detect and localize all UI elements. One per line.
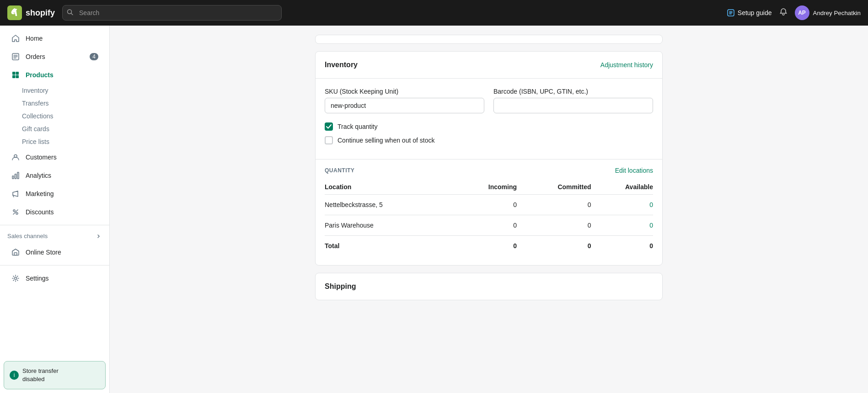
- orders-icon: [11, 52, 20, 61]
- sidebar-item-settings[interactable]: Settings: [4, 269, 106, 287]
- top-bar: shopify Setup guide AP Andrey Pechatkin: [0, 0, 868, 26]
- orders-badge: 4: [90, 53, 98, 60]
- location-cell-0: Nettelbeckstrasse, 5: [325, 195, 454, 215]
- user-name: Andrey Pechatkin: [813, 10, 861, 16]
- marketing-icon: [11, 189, 20, 198]
- svg-line-2: [71, 13, 73, 15]
- user-menu-button[interactable]: AP Andrey Pechatkin: [795, 5, 861, 20]
- committed-cell-1: 0: [517, 215, 591, 236]
- top-bar-right: Setup guide AP Andrey Pechatkin: [727, 5, 861, 20]
- table-row: Nettelbeckstrasse, 5 0 0 0: [325, 195, 653, 215]
- sidebar-item-products[interactable]: Products: [4, 66, 106, 84]
- store-transfer-icon: i: [10, 371, 19, 380]
- col-location: Location: [325, 180, 454, 195]
- content-inner: Inventory Adjustment history SKU (Stock …: [306, 26, 672, 317]
- sidebar-item-customers-label: Customers: [26, 154, 57, 161]
- top-partial-card: [315, 35, 663, 44]
- total-incoming: 0: [454, 236, 517, 256]
- adjustment-history-button[interactable]: Adjustment history: [600, 61, 653, 69]
- sidebar-item-discounts[interactable]: Discounts: [4, 203, 106, 221]
- analytics-icon: [11, 171, 20, 180]
- discounts-icon: [11, 207, 20, 217]
- continue-selling-row[interactable]: Continue selling when out of stock: [325, 136, 653, 144]
- sidebar-item-gift-cards[interactable]: Gift cards: [0, 122, 109, 135]
- setup-guide-button[interactable]: Setup guide: [727, 9, 772, 17]
- continue-selling-checkbox[interactable]: [325, 136, 333, 144]
- setup-guide-label: Setup guide: [738, 9, 772, 16]
- sku-label: SKU (Stock Keeping Unit): [325, 88, 484, 95]
- notification-button[interactable]: [779, 8, 788, 18]
- sidebar-item-discounts-label: Discounts: [26, 208, 54, 216]
- sidebar-item-inventory[interactable]: Inventory: [0, 84, 109, 97]
- svg-point-13: [13, 210, 15, 212]
- svg-rect-8: [16, 75, 19, 79]
- available-cell-1[interactable]: 0: [591, 215, 653, 236]
- col-available: Available: [591, 180, 653, 195]
- track-quantity-row[interactable]: Track quantity: [325, 122, 653, 131]
- total-row: Total 0 0 0: [325, 236, 653, 256]
- quantity-section-header: QUANTITY Edit locations: [316, 159, 662, 180]
- available-cell-0[interactable]: 0: [591, 195, 653, 215]
- sidebar: Home Orders 4 Products: [0, 26, 110, 393]
- online-store-icon: [11, 248, 20, 257]
- inventory-table-wrap: Location Incoming Committed Available Ne…: [316, 180, 662, 265]
- nav-divider-2: [0, 265, 109, 266]
- barcode-label: Barcode (ISBN, UPC, GTIN, etc.): [493, 88, 653, 95]
- svg-rect-5: [12, 72, 16, 75]
- location-cell-1: Paris Warehouse: [325, 215, 454, 236]
- nav-divider: [0, 225, 109, 225]
- store-transfer-text: Store transferdisabled: [22, 367, 59, 383]
- search-bar: [62, 5, 282, 21]
- sku-group: SKU (Stock Keeping Unit): [325, 88, 484, 113]
- settings-icon: [11, 274, 20, 283]
- sidebar-item-analytics[interactable]: Analytics: [4, 166, 106, 185]
- sku-input[interactable]: [325, 98, 484, 113]
- sidebar-item-collections[interactable]: Collections: [0, 110, 109, 122]
- svg-rect-10: [12, 176, 14, 179]
- svg-rect-6: [16, 72, 19, 75]
- main-content: Inventory Adjustment history SKU (Stock …: [110, 26, 868, 393]
- products-icon: [11, 70, 20, 80]
- shipping-card-title: Shipping: [325, 282, 356, 290]
- sidebar-item-customers[interactable]: Customers: [4, 148, 106, 166]
- svg-rect-11: [15, 174, 16, 179]
- sidebar-item-orders-label: Orders: [26, 53, 45, 60]
- search-input[interactable]: [62, 5, 282, 21]
- table-header-row: Location Incoming Committed Available: [325, 180, 653, 195]
- track-quantity-label: Track quantity: [338, 123, 377, 130]
- svg-point-14: [16, 212, 18, 214]
- avatar: AP: [795, 5, 809, 20]
- sidebar-item-settings-label: Settings: [26, 275, 49, 282]
- products-submenu: Inventory Transfers Collections Gift car…: [0, 84, 109, 148]
- sidebar-item-marketing[interactable]: Marketing: [4, 185, 106, 203]
- continue-selling-label: Continue selling when out of stock: [338, 137, 434, 144]
- incoming-cell-0: 0: [454, 195, 517, 215]
- total-label: Total: [325, 236, 454, 256]
- sidebar-item-analytics-label: Analytics: [26, 172, 51, 179]
- sidebar-item-marketing-label: Marketing: [26, 190, 54, 197]
- sidebar-item-price-lists[interactable]: Price lists: [0, 135, 109, 148]
- sidebar-item-online-store[interactable]: Online Store: [4, 243, 106, 261]
- incoming-cell-1: 0: [454, 215, 517, 236]
- sidebar-item-online-store-label: Online Store: [26, 249, 61, 256]
- sidebar-item-transfers[interactable]: Transfers: [0, 97, 109, 110]
- track-quantity-checkbox[interactable]: [325, 122, 333, 131]
- svg-point-16: [15, 277, 17, 280]
- inventory-card: Inventory Adjustment history SKU (Stock …: [315, 51, 663, 266]
- edit-locations-button[interactable]: Edit locations: [615, 167, 653, 174]
- shipping-card: Shipping: [315, 273, 663, 300]
- barcode-input[interactable]: [493, 98, 653, 113]
- barcode-group: Barcode (ISBN, UPC, GTIN, etc.): [493, 88, 653, 113]
- svg-rect-12: [17, 172, 19, 179]
- inventory-card-header: Inventory Adjustment history: [316, 52, 662, 79]
- table-row: Paris Warehouse 0 0 0: [325, 215, 653, 236]
- sidebar-nav: Home Orders 4 Products: [0, 26, 109, 357]
- inventory-card-title: Inventory: [325, 61, 358, 69]
- col-incoming: Incoming: [454, 180, 517, 195]
- logo[interactable]: shopify: [7, 5, 55, 20]
- inventory-table-body: Nettelbeckstrasse, 5 0 0 0 Paris Warehou…: [325, 195, 653, 256]
- sidebar-item-home[interactable]: Home: [4, 29, 106, 48]
- total-committed: 0: [517, 236, 591, 256]
- sidebar-item-orders[interactable]: Orders 4: [4, 48, 106, 66]
- logo-text: shopify: [26, 8, 55, 18]
